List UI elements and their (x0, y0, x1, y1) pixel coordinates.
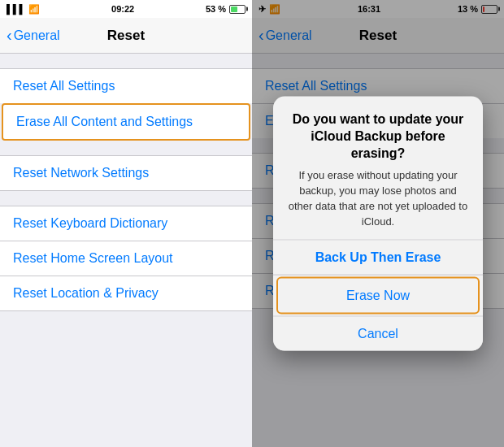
left-reset-keyboard[interactable]: Reset Keyboard Dictionary (0, 206, 252, 241)
alert-content-area: Do you want to update your iCloud Backup… (273, 97, 483, 240)
left-battery-fill (231, 7, 237, 12)
left-status-bar: ▌▌▌ 📶 09:22 53 % (0, 0, 252, 18)
left-back-chevron-icon: ‹ (7, 27, 12, 43)
left-status-left: ▌▌▌ 📶 (7, 4, 40, 15)
erase-now-button[interactable]: Erase Now (276, 276, 480, 314)
left-nav-title: Reset (107, 28, 145, 44)
alert-dialog: Do you want to update your iCloud Backup… (273, 97, 483, 351)
left-time: 09:22 (111, 4, 134, 14)
left-nav-bar: ‹ General Reset (0, 18, 252, 54)
left-back-label: General (14, 28, 60, 43)
left-reset-all-settings[interactable]: Reset All Settings (0, 68, 252, 103)
left-phone-panel: ▌▌▌ 📶 09:22 53 % ‹ General Reset Reset A… (0, 0, 252, 447)
left-battery-icon (229, 5, 245, 14)
alert-divider-2 (273, 274, 483, 275)
left-keyboard-section: Reset Keyboard Dictionary Reset Home Scr… (0, 206, 252, 311)
left-reset-location[interactable]: Reset Location & Privacy (0, 276, 252, 311)
right-phone-panel: ✈ 📶 16:31 13 % ‹ General Reset Reset All… (252, 0, 504, 447)
alert-actions: Back Up Then Erase Erase Now Cancel (273, 240, 483, 350)
cancel-button[interactable]: Cancel (273, 316, 483, 350)
left-battery-percent: 53 % (206, 4, 226, 14)
left-back-button[interactable]: ‹ General (7, 28, 60, 43)
left-erase-all-content[interactable]: Erase All Content and Settings (2, 103, 250, 141)
left-reset-homescreen[interactable]: Reset Home Screen Layout (0, 241, 252, 276)
alert-message: If you erase without updating your backu… (286, 168, 470, 229)
alert-title: Do you want to update your iCloud Backup… (286, 111, 470, 162)
left-status-right: 53 % (206, 4, 245, 14)
backup-then-erase-button[interactable]: Back Up Then Erase (273, 240, 483, 274)
left-reset-list: Reset All Settings Erase All Content and… (0, 68, 252, 311)
left-signal-icon: ▌▌▌ (7, 4, 25, 14)
left-network-section: Reset Network Settings (0, 155, 252, 191)
left-wifi-icon: 📶 (28, 4, 40, 15)
left-reset-network[interactable]: Reset Network Settings (0, 155, 252, 191)
